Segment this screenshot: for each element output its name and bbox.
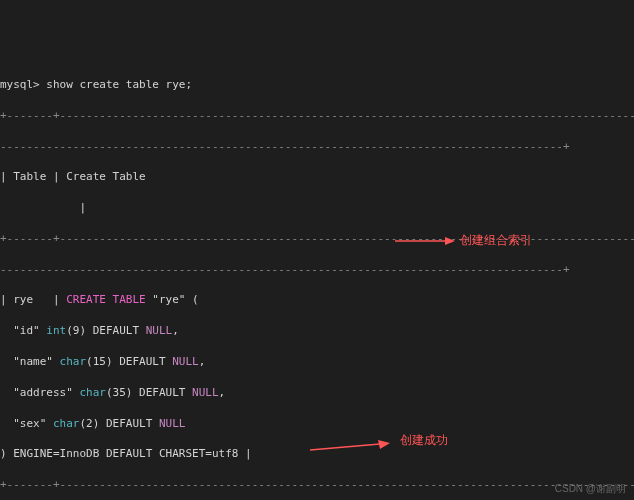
annotation-label: 创建组合索引 (460, 232, 532, 249)
command-text: show create table rye; (46, 78, 192, 91)
table-header: | Table | Create Table (0, 170, 146, 183)
col-def: "sex" (0, 417, 53, 430)
svg-marker-3 (378, 440, 390, 449)
sql-text: (15) DEFAULT (86, 355, 172, 368)
svg-marker-1 (445, 237, 455, 245)
separator: +-------+-------------------------------… (0, 108, 634, 123)
sql-null: NULL (146, 324, 173, 337)
sql-type: char (79, 386, 106, 399)
sql-type: char (53, 417, 80, 430)
sql-text: (2) DEFAULT (79, 417, 158, 430)
sql-text: (35) DEFAULT (106, 386, 192, 399)
sql-text: , (199, 355, 206, 368)
create-table-row: | rye | (0, 293, 66, 306)
arrow-icon (395, 235, 455, 247)
watermark-text: CSDN @谢副明 (555, 482, 626, 496)
separator: +-------+-------------------------------… (0, 477, 634, 492)
sql-type: char (60, 355, 87, 368)
sql-null: NULL (172, 355, 199, 368)
sql-text: , (172, 324, 179, 337)
sql-keyword: CREATE TABLE (66, 293, 145, 306)
col-def: "name" (0, 355, 60, 368)
sql-text: (9) DEFAULT (66, 324, 145, 337)
separator: ----------------------------------------… (0, 262, 634, 277)
sql-null: NULL (192, 386, 219, 399)
separator: ----------------------------------------… (0, 139, 634, 154)
table-header-end: | (0, 201, 86, 214)
svg-line-2 (310, 444, 380, 450)
annotation-label: 创建成功 (400, 432, 448, 449)
col-def: "address" (0, 386, 79, 399)
separator: +-------+-------------------------------… (0, 231, 634, 246)
col-def: "id" (0, 324, 46, 337)
sql-type: int (46, 324, 66, 337)
arrow-icon (310, 438, 390, 454)
mysql-prompt[interactable]: mysql> (0, 78, 46, 91)
sql-null: NULL (159, 417, 186, 430)
terminal-output: mysql> show create table rye; +-------+-… (0, 62, 634, 500)
sql-text: , (219, 386, 226, 399)
sql-text: "rye" ( (146, 293, 199, 306)
